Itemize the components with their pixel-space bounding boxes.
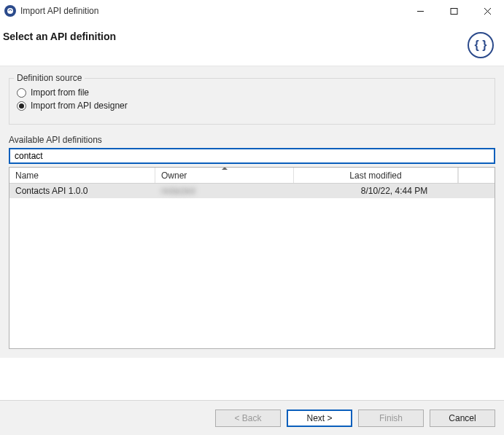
back-button[interactable]: < Back bbox=[215, 409, 281, 427]
table-row[interactable]: Contacts API 1.0.0 redacted 8/10/22, 4:4… bbox=[9, 184, 495, 198]
column-header-owner[interactable]: Owner bbox=[155, 168, 294, 183]
titlebar: Import API definition bbox=[0, 0, 504, 22]
braces-icon: { } bbox=[468, 32, 494, 58]
api-definitions-table: Name Owner Last modified Contacts API 1.… bbox=[9, 167, 495, 349]
column-header-last-modified[interactable]: Last modified bbox=[294, 168, 458, 183]
window-controls bbox=[403, 0, 504, 22]
available-label: Available API definitions bbox=[9, 135, 495, 145]
maximize-button[interactable] bbox=[437, 0, 470, 22]
sort-ascending-icon bbox=[222, 167, 228, 170]
next-button[interactable]: Next > bbox=[287, 409, 352, 427]
radio-import-from-file[interactable]: Import from file bbox=[17, 87, 487, 98]
wizard-button-bar: < Back Next > Finish Cancel bbox=[0, 400, 504, 435]
column-header-name[interactable]: Name bbox=[9, 168, 155, 183]
close-button[interactable] bbox=[470, 0, 504, 22]
radio-icon bbox=[17, 88, 26, 98]
page-title: Select an API definition bbox=[3, 31, 116, 42]
cell-name: Contacts API 1.0.0 bbox=[9, 184, 155, 197]
finish-button[interactable]: Finish bbox=[358, 409, 424, 427]
minimize-button[interactable] bbox=[403, 0, 437, 22]
svg-rect-2 bbox=[451, 8, 457, 14]
radio-import-from-api-designer[interactable]: Import from API designer bbox=[17, 101, 487, 111]
group-legend: Definition source bbox=[14, 73, 85, 83]
definition-source-group: Definition source Import from file Impor… bbox=[9, 78, 495, 125]
cancel-button[interactable]: Cancel bbox=[430, 409, 495, 427]
radio-label: Import from API designer bbox=[31, 101, 128, 111]
app-icon bbox=[4, 5, 16, 17]
form-area: Definition source Import from file Impor… bbox=[0, 66, 504, 358]
cell-last-modified: 8/10/22, 4:44 PM bbox=[294, 184, 495, 197]
svg-point-0 bbox=[7, 8, 13, 14]
table-header: Name Owner Last modified bbox=[9, 168, 495, 184]
column-header-spacer bbox=[458, 168, 495, 183]
search-input[interactable] bbox=[9, 148, 495, 164]
radio-label: Import from file bbox=[31, 87, 89, 98]
radio-icon bbox=[17, 101, 26, 111]
window-title: Import API definition bbox=[20, 6, 98, 16]
wizard-header: Select an API definition { } bbox=[0, 22, 504, 66]
cell-owner: redacted bbox=[155, 184, 294, 197]
